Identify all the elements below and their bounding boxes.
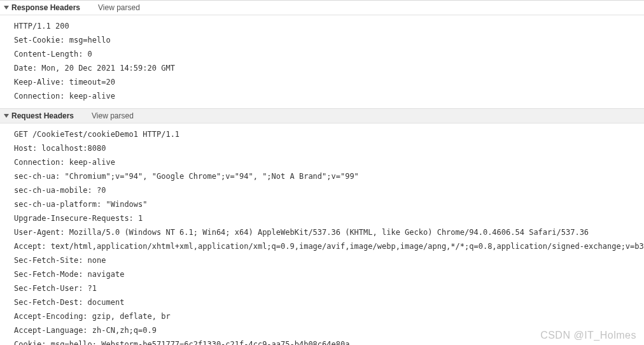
disclosure-triangle-icon[interactable] [4,6,9,10]
header-line: HTTP/1.1 200 [14,19,644,33]
response-headers-title: Response Headers [11,3,80,12]
view-parsed-button[interactable]: View parsed [98,3,140,12]
response-headers-bar[interactable]: Response Headers View parsed [0,0,644,15]
header-line: Connection: keep-alive [14,89,644,103]
header-line: User-Agent: Mozilla/5.0 (Windows NT 6.1;… [14,225,644,239]
header-line: Sec-Fetch-Site: none [14,253,644,267]
view-parsed-button[interactable]: View parsed [92,111,134,120]
header-line: Content-Length: 0 [14,47,644,61]
header-line: sec-ch-ua-platform: "Windows" [14,197,644,211]
disclosure-triangle-icon[interactable] [4,114,9,118]
header-line: Accept-Language: zh-CN,zh;q=0.9 [14,323,644,337]
header-line: Set-Cookie: msg=hello [14,33,644,47]
request-headers-title: Request Headers [11,111,74,120]
header-line: Host: localhost:8080 [14,141,644,155]
header-line: GET /CookieTest/cookieDemo1 HTTP/1.1 [14,127,644,141]
header-line: Sec-Fetch-Dest: document [14,295,644,309]
response-headers-content: HTTP/1.1 200 Set-Cookie: msg=hello Conte… [0,15,644,108]
header-line: Accept-Encoding: gzip, deflate, br [14,309,644,323]
header-line: Accept: text/html,application/xhtml+xml,… [14,239,644,253]
request-headers-content: GET /CookieTest/cookieDemo1 HTTP/1.1 Hos… [0,123,644,345]
header-line: Date: Mon, 20 Dec 2021 14:59:20 GMT [14,61,644,75]
header-line: sec-ch-ua: "Chromium";v="94", "Google Ch… [14,169,644,183]
header-line: sec-ch-ua-mobile: ?0 [14,183,644,197]
header-line: Keep-Alive: timeout=20 [14,75,644,89]
header-line: Connection: keep-alive [14,155,644,169]
header-line: Sec-Fetch-Mode: navigate [14,267,644,281]
request-headers-bar[interactable]: Request Headers View parsed [0,108,644,123]
header-line: Cookie: msg=hello; Webstorm-be571777=6c2… [14,337,644,345]
header-line: Upgrade-Insecure-Requests: 1 [14,211,644,225]
header-line: Sec-Fetch-User: ?1 [14,281,644,295]
